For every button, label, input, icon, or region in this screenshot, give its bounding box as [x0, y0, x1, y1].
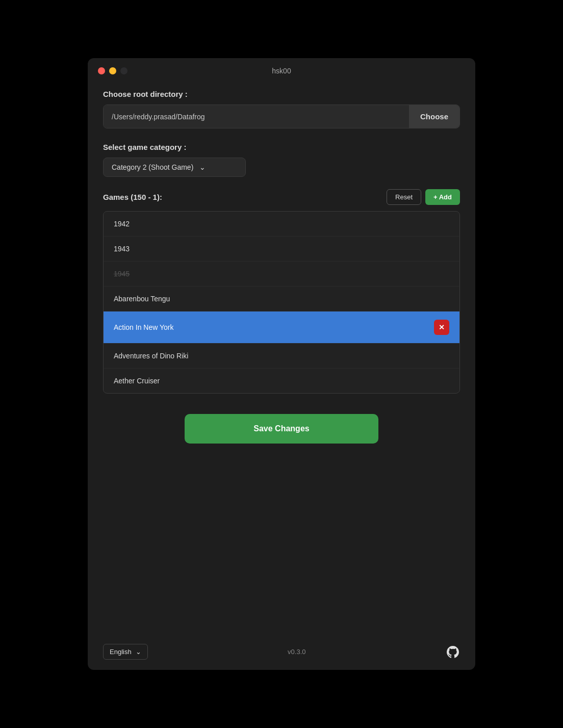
- games-actions: Reset + Add: [387, 189, 460, 205]
- window-title: hsk00: [272, 67, 291, 75]
- game-list-item[interactable]: Adventures of Dino Riki: [104, 344, 459, 369]
- app-window: hsk00 Choose root directory : Choose Sel…: [88, 58, 475, 670]
- directory-row: Choose: [103, 105, 460, 128]
- add-button[interactable]: + Add: [425, 189, 460, 205]
- chevron-down-icon: ⌄: [199, 163, 206, 171]
- game-list-item[interactable]: 1943: [104, 237, 459, 262]
- save-button[interactable]: Save Changes: [185, 414, 378, 444]
- games-header: Games (150 - 1): Reset + Add: [103, 189, 460, 205]
- footer: English ⌄ v0.3.0: [88, 636, 475, 670]
- titlebar: hsk00: [88, 58, 475, 80]
- save-section: Save Changes: [103, 414, 460, 444]
- game-item-name: 1942: [114, 220, 130, 228]
- language-label: English: [110, 648, 132, 656]
- game-list-item[interactable]: 1942: [104, 212, 459, 237]
- game-list-item[interactable]: Action In New York✕: [104, 311, 459, 344]
- game-item-name: Action In New York: [114, 323, 174, 331]
- games-title: Games (150 - 1):: [103, 193, 162, 201]
- game-item-name: 1943: [114, 245, 130, 253]
- category-selected-value: Category 2 (Shoot Game): [112, 163, 193, 171]
- category-select[interactable]: Category 2 (Shoot Game) ⌄: [103, 158, 246, 177]
- category-label: Select game category :: [103, 143, 460, 151]
- language-chevron-icon: ⌄: [136, 648, 141, 656]
- language-select[interactable]: English ⌄: [103, 644, 148, 660]
- close-button[interactable]: [98, 67, 105, 74]
- directory-input[interactable]: [104, 105, 409, 128]
- reset-button[interactable]: Reset: [387, 189, 421, 205]
- main-content: Choose root directory : Choose Select ga…: [88, 80, 475, 636]
- traffic-lights: [98, 67, 127, 74]
- games-list: 194219431945Abarenbou TenguAction In New…: [103, 211, 460, 394]
- delete-game-button[interactable]: ✕: [434, 320, 449, 335]
- directory-label: Choose root directory :: [103, 90, 460, 98]
- game-list-item[interactable]: Aether Cruiser: [104, 369, 459, 393]
- directory-section: Choose root directory : Choose: [103, 90, 460, 143]
- choose-button[interactable]: Choose: [409, 105, 459, 128]
- version-text: v0.3.0: [288, 648, 305, 656]
- github-icon[interactable]: [446, 645, 460, 659]
- category-section: Select game category : Category 2 (Shoot…: [103, 143, 460, 177]
- game-list-item[interactable]: Abarenbou Tengu: [104, 287, 459, 311]
- game-item-name: 1945: [114, 270, 130, 278]
- game-item-name: Abarenbou Tengu: [114, 295, 170, 303]
- game-item-name: Adventures of Dino Riki: [114, 352, 188, 360]
- minimize-button[interactable]: [109, 67, 116, 74]
- maximize-button[interactable]: [120, 67, 127, 74]
- games-section: Games (150 - 1): Reset + Add 19421943194…: [103, 189, 460, 394]
- game-item-name: Aether Cruiser: [114, 377, 160, 385]
- game-list-item[interactable]: 1945: [104, 262, 459, 287]
